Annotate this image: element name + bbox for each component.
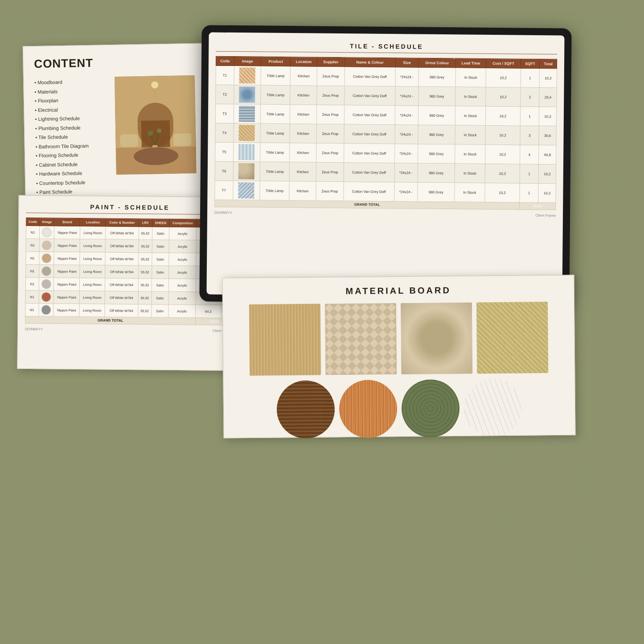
col-header: Size (395, 58, 418, 67)
cell-location: Kitchen (290, 143, 316, 163)
cell-brand: Nippon Paint (53, 304, 79, 317)
table-footer-row: GRAND TOTAL $8080 (25, 316, 233, 325)
tile-table: Code Image Product Location Supplier Nam… (214, 56, 557, 210)
material-swatch-6 (339, 380, 397, 438)
cell-grout: 980 Grey (418, 125, 455, 144)
date-label: DD/MM/YY (235, 444, 253, 448)
cell-brand: Nippon Paint (54, 265, 80, 278)
cell-swatch (39, 278, 54, 291)
col-header: LRV (139, 219, 152, 227)
table-row: T7 Trble Lamp Kitchen Zeus Prop Cotton V… (215, 180, 556, 203)
cell-product: Trble Lamp (260, 181, 289, 201)
cell-color: Off White W784 (105, 265, 138, 279)
cell-code: T3 (215, 104, 234, 123)
content-image (115, 75, 197, 175)
cell-code: T4 (215, 123, 234, 142)
col-header: Name & Colour (345, 57, 395, 67)
col-header: SHEEN (152, 219, 169, 227)
col-header: Location (80, 218, 106, 226)
cell-supplier: Zeus Prop (317, 86, 345, 105)
cell-code: N1 (25, 290, 39, 303)
list-item: Materials (34, 86, 107, 96)
cell-code: N1 (26, 226, 39, 238)
svg-rect-7 (152, 145, 158, 154)
cell-product: Trble Lamp (260, 143, 290, 162)
cell-brand: Nippon Paint (54, 252, 80, 265)
cell-brand: Nippon Paint (54, 226, 80, 239)
material-swatch-4 (476, 302, 548, 373)
cell-location: Kitchen (289, 181, 316, 201)
cell-swatch (39, 304, 54, 316)
cell-color: Off White W784 (105, 278, 138, 291)
content-list: Moodboard Materials Floorplan Electrical… (34, 77, 110, 215)
col-header: Code (26, 217, 40, 226)
cell-code: T6 (215, 161, 233, 180)
cell-swatch (39, 291, 54, 304)
table-row: T2 Trble Lamp Kitchen Zeus Prop Cotton V… (216, 85, 557, 107)
cell-lrv: 55,52 (138, 279, 152, 291)
list-item: Plumbing Schedule (35, 123, 108, 133)
col-header: SQFT (521, 59, 540, 68)
cell-location: Living Room (80, 252, 105, 265)
cell-sqft: 4 (520, 145, 539, 164)
col-header: Image (39, 218, 54, 226)
cell-composition: Acrylic (169, 253, 197, 266)
cell-lead: In Stock (455, 106, 486, 126)
material-swatch-1 (249, 304, 321, 376)
cell-swatch (234, 85, 261, 105)
cell-name: Cotton Van Grey Doff (345, 67, 395, 86)
cell-size: *24x24 - (394, 125, 418, 144)
cell-sqft: 2 (520, 87, 539, 107)
cell-cost: 64.2 (196, 305, 221, 318)
cell-supplier: Zeus Prop (316, 162, 344, 182)
cell-supplier: Zeus Prop (316, 124, 344, 144)
cell-name: Cotton Van Grey Doff (343, 182, 394, 201)
cell-swatch (234, 104, 261, 124)
cell-lrv: 55,52 (138, 291, 152, 304)
cell-composition: Acrylic (168, 266, 196, 279)
cell-product: Trble Lamp (260, 104, 290, 124)
cell-swatch (234, 66, 261, 86)
cell-supplier: Zeus Prop (316, 143, 344, 163)
cell-name: Cotton Van Grey Doff (344, 105, 395, 125)
cell-size: *24x24 - (394, 163, 418, 182)
tile-date-label: DD/MM/YY (214, 211, 232, 215)
cell-supplier: Zeus Prop (316, 181, 344, 201)
cell-location: Living Room (80, 265, 105, 278)
cell-code: N1 (26, 251, 39, 264)
cell-cost: 10,2 (485, 164, 520, 183)
cell-lead: In Stock (455, 87, 486, 107)
col-header: Lead Time (455, 58, 486, 68)
list-item: Countertop Schedule (36, 177, 109, 188)
svg-rect-12 (120, 134, 138, 147)
col-header: Composition (169, 219, 196, 227)
material-swatch-5 (276, 380, 335, 439)
cell-color: Off White W784 (105, 239, 139, 253)
cell-product: Trble Lamp (261, 85, 290, 105)
cell-swatch (234, 123, 261, 143)
svg-rect-3 (116, 147, 197, 175)
cell-color: Off White W784 (105, 291, 138, 304)
cell-total: 40,8 (539, 145, 556, 164)
cell-location: Living Room (80, 226, 106, 239)
cell-sheen: Satin (152, 279, 168, 291)
cell-lead: In Stock (455, 164, 485, 183)
cell-lrv: 55,52 (139, 240, 152, 253)
cell-cost: 10,2 (486, 68, 521, 87)
cell-code: N1 (25, 277, 39, 290)
client-label: Client Frame (544, 442, 565, 446)
list-item: Electrical (35, 104, 108, 115)
table-row: T3 Trble Lamp Kitchen Zeus Prop Cotton V… (215, 104, 556, 126)
svg-rect-6 (159, 154, 162, 163)
cell-swatch (39, 239, 54, 252)
col-header: Supplier (317, 57, 345, 67)
date-label: DD/MM/YY (25, 327, 43, 331)
material-bottom-row (234, 378, 564, 439)
col-header: Total (540, 59, 557, 69)
table-row: T5 Trble Lamp Kitchen Zeus Prop Cotton V… (215, 142, 556, 164)
cell-total: 30,6 (539, 126, 556, 145)
material-top-row (234, 302, 564, 376)
col-header: Grout Colour (418, 58, 455, 68)
tablet-screen: TILE - SCHEDULE Code Image Product Locat… (206, 33, 564, 298)
cell-swatch (233, 143, 260, 162)
